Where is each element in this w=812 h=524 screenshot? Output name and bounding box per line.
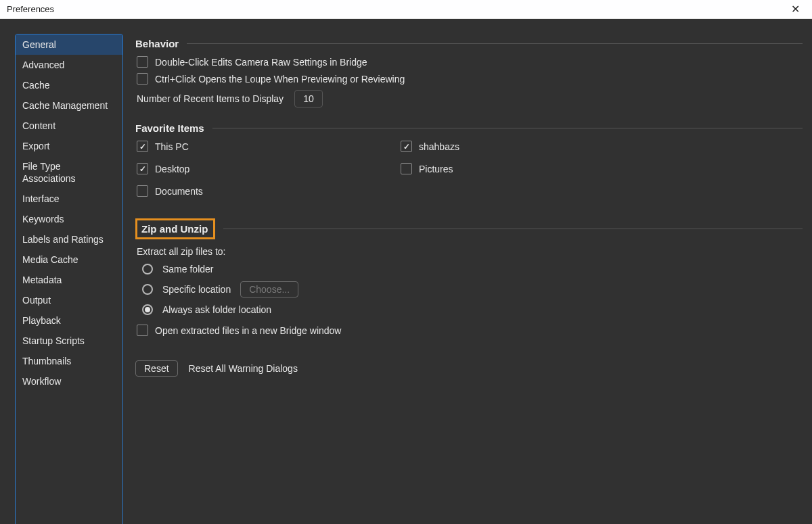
reset-warning-dialogs[interactable]: Reset All Warning Dialogs: [189, 363, 298, 374]
sidebar-item-cache-management[interactable]: Cache Management: [16, 95, 122, 116]
sidebar-item-advanced[interactable]: Advanced: [16, 55, 122, 75]
favorite-item: Documents: [137, 185, 401, 197]
workspace: GeneralAdvancedCacheCache ManagementCont…: [0, 19, 812, 524]
sidebar-item-file-type-associations[interactable]: File Type Associations: [16, 156, 122, 189]
sidebar-item-thumbnails[interactable]: Thumbnails: [16, 351, 122, 371]
checkbox-doubleclick[interactable]: [137, 56, 148, 68]
zip-radio-always-ask: Always ask folder location: [135, 304, 803, 315]
divider: [223, 229, 803, 229]
section-header-zip: Zip and Unzip: [135, 218, 803, 239]
choose-button[interactable]: Choose...: [240, 281, 298, 297]
section-title: Behavior: [135, 38, 179, 49]
radio-specific-location[interactable]: [142, 284, 153, 295]
favorite-label: Documents: [155, 186, 203, 197]
section-header-behavior: Behavior: [135, 38, 803, 49]
favorite-item: Pictures: [401, 163, 803, 174]
checkbox-label: Open extracted files in a new Bridge win…: [155, 325, 341, 336]
checkbox-favorite[interactable]: [401, 163, 412, 174]
divider: [187, 43, 803, 44]
radio-same-folder[interactable]: [142, 264, 153, 275]
radio-label: Same folder: [162, 264, 213, 275]
favorite-label: Pictures: [419, 164, 453, 174]
favorite-label: Desktop: [155, 164, 189, 174]
section-title: Favorite Items: [135, 122, 204, 134]
checkbox-ctrlclick[interactable]: [137, 73, 148, 85]
checkbox-open-extracted[interactable]: [137, 325, 148, 336]
window-title: Preferences: [7, 4, 54, 14]
zip-radio-same: Same folder: [135, 264, 803, 275]
sidebar-item-output[interactable]: Output: [16, 290, 122, 310]
sidebar-item-playback[interactable]: Playback: [16, 310, 122, 331]
titlebar[interactable]: Preferences ✕: [0, 0, 812, 19]
zip-title-highlight: Zip and Unzip: [135, 218, 215, 239]
favorite-label: shahbazs: [419, 141, 459, 152]
recent-items-row: Number of Recent Items to Display 10: [135, 90, 803, 108]
sidebar: GeneralAdvancedCacheCache ManagementCont…: [15, 34, 123, 524]
radio-label: Always ask folder location: [162, 304, 271, 315]
favorite-item: shahbazs: [401, 141, 803, 152]
footer-row: Reset Reset All Warning Dialogs: [135, 360, 803, 377]
reset-button[interactable]: Reset: [135, 360, 178, 377]
sidebar-item-keywords[interactable]: Keywords: [16, 209, 122, 229]
sidebar-item-general[interactable]: General: [16, 34, 122, 55]
radio-always-ask[interactable]: [142, 304, 153, 315]
favorite-item: This PC: [137, 141, 401, 152]
behavior-doubleclick-row: Double-Click Edits Camera Raw Settings i…: [135, 56, 803, 68]
zip-extract-label: Extract all zip files to:: [135, 246, 803, 257]
content-pane: Behavior Double-Click Edits Camera Raw S…: [135, 34, 803, 524]
sidebar-item-interface[interactable]: Interface: [16, 189, 122, 209]
behavior-ctrlclick-row: Ctrl+Click Opens the Loupe When Previewi…: [135, 73, 803, 85]
checkbox-favorite[interactable]: [401, 141, 412, 152]
divider: [212, 128, 803, 128]
sidebar-item-labels-and-ratings[interactable]: Labels and Ratings: [16, 229, 122, 249]
close-icon[interactable]: ✕: [786, 1, 805, 18]
sidebar-item-content[interactable]: Content: [16, 116, 122, 136]
sidebar-item-metadata[interactable]: Metadata: [16, 270, 122, 290]
sidebar-item-export[interactable]: Export: [16, 136, 122, 156]
checkbox-favorite[interactable]: [137, 185, 148, 197]
section-header-favorites: Favorite Items: [135, 122, 803, 134]
section-title: Zip and Unzip: [139, 223, 208, 235]
checkbox-favorite[interactable]: [137, 163, 148, 174]
checkbox-favorite[interactable]: [137, 141, 148, 152]
favorites-grid: This PCshahbazsDesktopPicturesDocuments: [135, 141, 803, 197]
favorite-item: Desktop: [137, 163, 401, 174]
checkbox-label: Double-Click Edits Camera Raw Settings i…: [155, 57, 367, 68]
sidebar-item-startup-scripts[interactable]: Startup Scripts: [16, 331, 122, 351]
recent-items-label: Number of Recent Items to Display: [137, 93, 284, 104]
zip-radio-specific: Specific location Choose...: [135, 281, 803, 297]
sidebar-item-workflow[interactable]: Workflow: [16, 371, 122, 391]
checkbox-label: Ctrl+Click Opens the Loupe When Previewi…: [155, 74, 405, 85]
favorite-label: This PC: [155, 141, 189, 152]
zip-open-extracted-row: Open extracted files in a new Bridge win…: [135, 325, 803, 336]
radio-label: Specific location: [162, 284, 231, 295]
sidebar-item-cache[interactable]: Cache: [16, 75, 122, 95]
recent-items-input[interactable]: 10: [294, 90, 323, 108]
sidebar-item-media-cache[interactable]: Media Cache: [16, 249, 122, 270]
